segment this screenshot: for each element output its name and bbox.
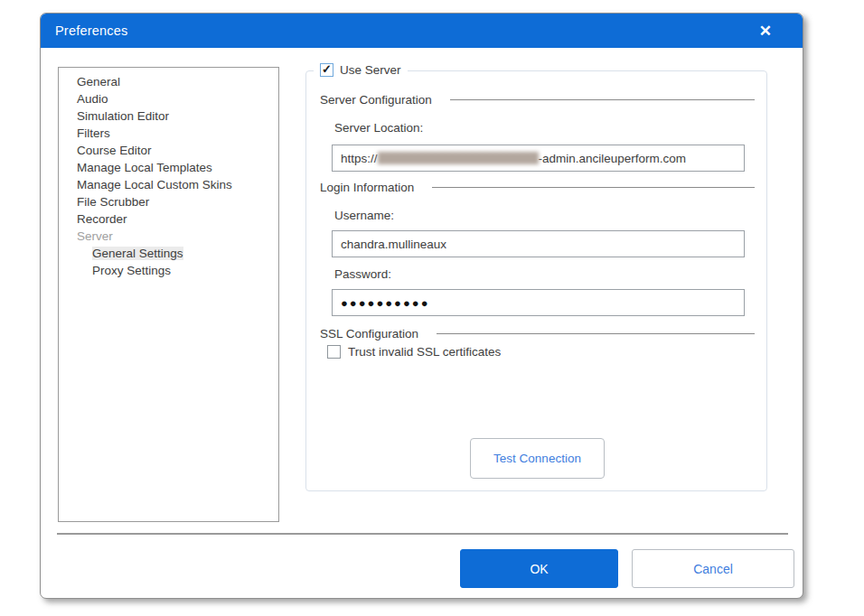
checkmark-icon: ✓ [322,63,332,75]
sidebar-item-general-settings[interactable]: General Settings [59,245,278,262]
use-server-label: Use Server [340,63,401,77]
trust-invalid-ssl-label: Trust invalid SSL certificates [348,345,501,359]
footer-divider [57,533,788,535]
login-information-header: Login Information [320,179,755,195]
sidebar-item-filters[interactable]: Filters [59,125,278,142]
preferences-dialog: Preferences ✕ General Audio Simulation E… [40,13,803,599]
sidebar-item-simulation-editor[interactable]: Simulation Editor [59,107,278,125]
sidebar-item-server[interactable]: Server [59,228,278,245]
username-input[interactable]: chandra.mullineaux [332,230,745,257]
sidebar-item-recorder[interactable]: Recorder [59,210,278,228]
sidebar-item-proxy-settings[interactable]: Proxy Settings [59,262,278,279]
cancel-button[interactable]: Cancel [632,549,794,588]
sidebar-item-manage-local-templates[interactable]: Manage Local Templates [59,159,278,176]
sidebar-item-general[interactable]: General [59,73,278,90]
trust-invalid-ssl-checkbox[interactable] [327,345,341,359]
sidebar-item-manage-local-custom-skins[interactable]: Manage Local Custom Skins [59,176,278,193]
password-masked-value: ●●●●●●●●●● [341,296,430,310]
server-location-input[interactable]: https://████████████████████████-admin.a… [332,145,745,172]
dialog-titlebar: Preferences ✕ [41,14,803,48]
ok-button[interactable]: OK [460,549,618,588]
section-rule [450,99,755,100]
password-label: Password: [334,267,391,281]
close-icon[interactable]: ✕ [759,23,772,39]
ssl-configuration-header: SSL Configuration [320,325,755,341]
redacted-text: ████████████████████████ [378,152,539,164]
use-server-legend: ✓ Use Server [314,63,408,77]
server-configuration-header: Server Configuration [320,91,755,107]
screen: Preferences ✕ General Audio Simulation E… [0,0,864,616]
section-rule [437,333,755,334]
trust-invalid-ssl-row: Trust invalid SSL certificates [327,345,501,359]
sidebar-item-audio[interactable]: Audio [59,90,278,107]
section-rule [432,187,755,188]
sidebar-item-course-editor[interactable]: Course Editor [59,142,278,159]
use-server-groupbox: ✓ Use Server Server Configuration Server… [305,70,767,491]
settings-category-list: General Audio Simulation Editor Filters … [58,67,279,522]
sidebar-item-file-scrubber[interactable]: File Scrubber [59,193,278,210]
test-connection-button[interactable]: Test Connection [470,438,605,479]
username-label: Username: [334,209,394,222]
dialog-title: Preferences [55,23,127,38]
password-input[interactable]: ●●●●●●●●●● [332,289,745,316]
use-server-checkbox[interactable]: ✓ [320,63,333,77]
server-location-label: Server Location: [334,121,423,135]
